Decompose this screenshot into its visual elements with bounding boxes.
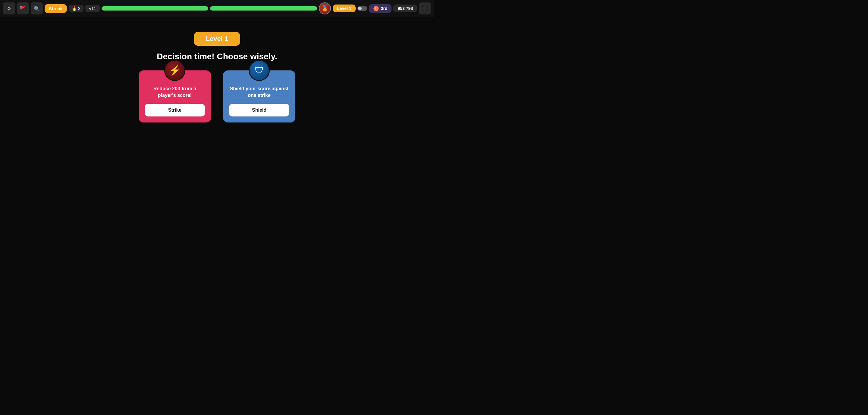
progress-segment-2	[210, 6, 317, 10]
header-level-badge: Level 1	[333, 4, 355, 12]
strike-button[interactable]: Strike	[145, 104, 205, 116]
level-badge: Level 1	[194, 32, 241, 46]
streak-pill: Streak	[44, 4, 67, 13]
avatar-icon: 🏅	[321, 5, 328, 12]
taurus-icon: ♉	[373, 6, 379, 11]
settings-button[interactable]: ⚙	[3, 2, 15, 14]
shield-button[interactable]: Shield	[229, 104, 289, 116]
rank-label: 3rd	[381, 6, 388, 11]
shield-icon-wrapper: 🛡	[249, 60, 270, 81]
lightning-strike-icon: ⚡	[169, 65, 181, 76]
progress-segment-1	[101, 6, 209, 10]
cards-row: ⚡ Reduce 200 from a player's score! Stri…	[138, 70, 296, 123]
streak-count: 🔥 2	[69, 5, 84, 12]
main-content: Level 1 Decision time! Choose wisely. ⚡ …	[0, 17, 434, 123]
progress-fill-1	[101, 6, 209, 10]
topbar: ⚙ 🚩 🔍 Streak 🔥 2 -/11 🏅 Level 1 ♉ 3rd 95…	[0, 0, 434, 17]
strike-card-description: Reduce 200 from a player's score!	[145, 85, 205, 99]
rank-pill: ♉ 3rd	[369, 4, 392, 13]
shield-card-description: Shield your score against one strike	[229, 85, 289, 99]
strike-icon-wrapper: ⚡	[164, 60, 185, 81]
strike-card[interactable]: ⚡ Reduce 200 from a player's score! Stri…	[138, 70, 211, 123]
progress-fill-2	[210, 6, 317, 10]
zoom-button[interactable]: 🔍	[31, 2, 43, 14]
zoom-icon: 🔍	[34, 6, 40, 11]
streak-number: 2	[78, 6, 81, 11]
shield-lightning-icon: 🛡	[254, 65, 264, 76]
fullscreen-button[interactable]: ⛶	[419, 2, 431, 14]
settings-icon: ⚙	[7, 6, 11, 11]
avatar: 🏅	[319, 2, 331, 14]
fullscreen-icon: ⛶	[423, 6, 427, 11]
toggle-switch[interactable]	[358, 6, 367, 11]
bookmark-button[interactable]: 🚩	[17, 2, 29, 14]
question-counter: -/11	[85, 5, 100, 12]
shield-card[interactable]: 🛡 Shield your score against one strike S…	[223, 70, 296, 123]
progress-bar-container	[101, 6, 317, 10]
bookmark-icon: 🚩	[20, 6, 26, 11]
score-display: 953 798	[393, 4, 417, 12]
fire-icon: 🔥	[72, 6, 77, 11]
streak-label: Streak	[49, 6, 63, 11]
